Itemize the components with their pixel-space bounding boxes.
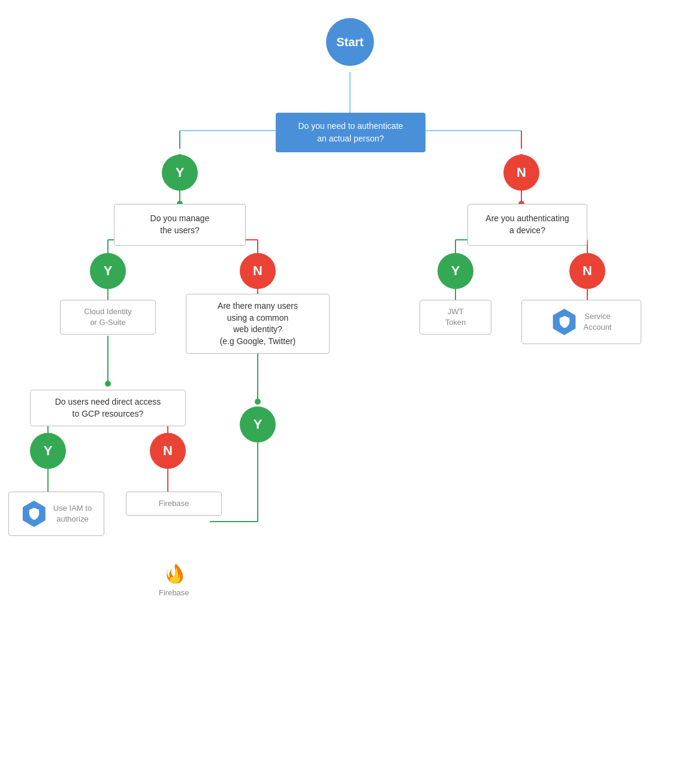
y3-circle: Y: [437, 253, 473, 289]
y2-circle: Y: [90, 253, 126, 289]
flowchart: Start Do you need to authenticatean actu…: [0, 0, 700, 765]
y3-label: Y: [451, 263, 460, 279]
q3-node: Are you authenticatinga device?: [467, 204, 587, 246]
svg-point-32: [105, 381, 111, 387]
start-label: Start: [336, 35, 364, 49]
n5-label: N: [163, 443, 173, 459]
cloud-identity-label: Cloud Identityor G-Suite: [84, 306, 132, 328]
y-q4-circle: Y: [240, 406, 276, 442]
q3-label: Are you authenticatinga device?: [485, 213, 569, 236]
service-account-node: ServiceAccount: [521, 300, 641, 344]
cloud-identity-node: Cloud Identityor G-Suite: [60, 300, 156, 335]
q2-node: Do you managethe users?: [114, 204, 246, 246]
firebase-box-node: Firebase: [126, 492, 222, 516]
q1-label: Do you need to authenticatean actual per…: [298, 120, 403, 145]
svg-point-34: [255, 399, 261, 405]
y5-label: Y: [44, 443, 53, 459]
y2-label: Y: [104, 263, 113, 279]
n3-circle: N: [569, 253, 605, 289]
q2-label: Do you managethe users?: [150, 213, 210, 236]
jwt-label: JWTToken: [445, 306, 466, 328]
service-account-icon: [551, 309, 578, 335]
firebase-label: Firebase: [159, 588, 189, 598]
service-account-label: ServiceAccount: [584, 311, 612, 333]
n1-circle: N: [503, 155, 539, 191]
jwt-node: JWTToken: [420, 300, 491, 335]
shield-icon: [558, 315, 571, 329]
q4-node: Are there many usersusing a commonweb id…: [186, 294, 330, 354]
q5-node: Do users need direct accessto GCP resour…: [30, 390, 186, 426]
iam-icon: [21, 501, 47, 527]
q1-node: Do you need to authenticatean actual per…: [276, 113, 426, 152]
q5-label: Do users need direct accessto GCP resour…: [55, 396, 161, 420]
n1-label: N: [517, 165, 526, 180]
y1-circle: Y: [162, 155, 198, 191]
n2-circle: N: [240, 253, 276, 289]
shield-lock-icon: [28, 507, 41, 520]
y5-circle: Y: [30, 433, 66, 469]
firebase-flame-icon: [165, 564, 183, 585]
iam-label: Use IAM toauthorize: [53, 503, 92, 525]
n2-label: N: [253, 263, 262, 279]
n5-circle: N: [150, 433, 186, 469]
q4-label: Are there many usersusing a commonweb id…: [218, 300, 298, 347]
firebase-box-label: Firebase: [159, 498, 189, 509]
n3-label: N: [583, 263, 592, 279]
y1-label: Y: [176, 165, 185, 180]
y-q4-label: Y: [254, 417, 262, 432]
iam-node: Use IAM toauthorize: [8, 492, 104, 536]
firebase-terminal-node: Firebase: [159, 564, 189, 598]
start-node: Start: [326, 18, 374, 66]
